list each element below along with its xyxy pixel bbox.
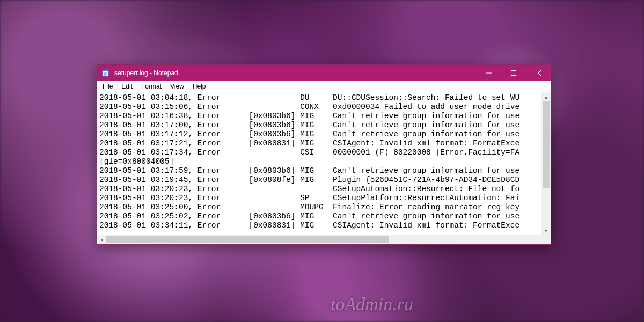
horizontal-scrollbar[interactable]: ◂ ▸: [97, 235, 551, 244]
svg-rect-6: [511, 71, 516, 76]
vertical-scroll-thumb[interactable]: [543, 101, 550, 188]
window-buttons: [477, 65, 551, 81]
text-content[interactable]: 2018-05-01 03:04:18, Error DU DU::CDUSes…: [99, 93, 541, 235]
menu-help[interactable]: Help: [188, 82, 210, 91]
close-button[interactable]: [526, 65, 551, 81]
scroll-left-arrow-icon[interactable]: ◂: [97, 235, 106, 244]
menubar: File Edit Format View Help: [97, 81, 551, 92]
menu-format[interactable]: Format: [137, 82, 166, 91]
menu-view[interactable]: View: [166, 82, 188, 91]
horizontal-scroll-track[interactable]: [106, 235, 541, 244]
notepad-window: setuperr.log - Notepad File Edit Format …: [97, 64, 551, 245]
editor-area[interactable]: 2018-05-01 03:04:18, Error DU DU::CDUSes…: [97, 92, 551, 244]
maximize-button[interactable]: [501, 65, 526, 81]
horizontal-scroll-thumb[interactable]: [106, 236, 389, 243]
scrollbar-corner: [541, 235, 551, 244]
scroll-up-arrow-icon[interactable]: ▴: [541, 92, 551, 101]
svg-rect-1: [103, 70, 108, 71]
window-title: setuperr.log - Notepad: [113, 69, 477, 77]
vertical-scrollbar[interactable]: ▴ ▾: [541, 92, 551, 235]
vertical-scroll-track[interactable]: [541, 101, 551, 226]
notepad-icon: [101, 69, 110, 77]
scroll-down-arrow-icon[interactable]: ▾: [541, 226, 551, 235]
titlebar[interactable]: setuperr.log - Notepad: [97, 65, 551, 81]
menu-edit[interactable]: Edit: [117, 82, 137, 91]
menu-file[interactable]: File: [98, 82, 117, 91]
minimize-button[interactable]: [477, 65, 501, 81]
